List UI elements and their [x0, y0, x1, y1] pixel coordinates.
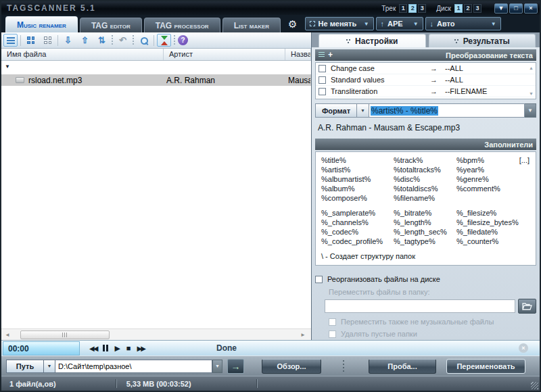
placeholder-link[interactable]: %title%: [321, 156, 394, 164]
path-mode-dropdown-icon[interactable]: ▼: [44, 360, 55, 373]
tag-read-combo[interactable]: ↑ APE ▼: [376, 17, 423, 30]
placeholder-link[interactable]: %album%: [321, 185, 394, 193]
delete-empty-checkbox[interactable]: [329, 330, 336, 338]
play-icon[interactable]: ▶: [114, 344, 120, 353]
placeholder-link[interactable]: %totaldiscs%: [394, 185, 456, 193]
placeholder-link[interactable]: %_filedate%: [456, 228, 530, 236]
format-button[interactable]: Формат: [315, 103, 357, 118]
placeholder-link[interactable]: %filename%: [394, 194, 456, 202]
stop-icon[interactable]: ■: [126, 344, 131, 352]
tag-write-combo[interactable]: ↓ Авто ▼: [425, 17, 501, 30]
list-item[interactable]: Transliteration → --FILENAME: [316, 86, 536, 97]
horizontal-scrollbar[interactable]: ◄ ►: [1, 328, 311, 340]
placeholder-link[interactable]: %genre%: [456, 175, 530, 183]
scroll-down-icon[interactable]: ▼: [529, 91, 534, 96]
format-presets-icon[interactable]: ▼: [357, 103, 369, 118]
resize-grip[interactable]: [531, 382, 538, 389]
format-history-icon[interactable]: ▼: [525, 103, 536, 118]
placeholder-link[interactable]: %_bitrate%: [394, 209, 456, 217]
track-3-button[interactable]: 3: [418, 4, 426, 13]
path-input[interactable]: [55, 360, 212, 373]
standard-values-checkbox[interactable]: [319, 76, 326, 84]
change-case-checkbox[interactable]: [319, 65, 326, 72]
list-item[interactable]: Change case → --ALL: [316, 63, 536, 74]
placeholder-link[interactable]: %_filesize%: [456, 209, 530, 217]
add-icon[interactable]: +: [328, 52, 333, 58]
placeholder-link[interactable]: %_counter%: [456, 237, 530, 245]
sort-icon[interactable]: ⇅: [95, 34, 109, 47]
gear-icon[interactable]: ⚙: [288, 18, 297, 30]
view-grid-outline-icon[interactable]: [41, 34, 55, 47]
maximize-icon[interactable]: □: [509, 3, 523, 14]
browse-folder-button[interactable]: [518, 299, 536, 314]
rename-button[interactable]: Переименовать: [446, 359, 525, 374]
tab-tag-editor[interactable]: TAG editor: [80, 18, 142, 32]
placeholder-link[interactable]: %disc%: [394, 175, 456, 183]
transliteration-checkbox[interactable]: [319, 88, 326, 95]
tab-results[interactable]: Результаты: [429, 34, 536, 47]
undo-icon[interactable]: ↶: [116, 34, 130, 47]
view-list-icon[interactable]: [3, 34, 18, 47]
search-icon[interactable]: [137, 34, 151, 47]
close-icon[interactable]: ×: [524, 3, 538, 14]
more-placeholders-link[interactable]: [...]: [519, 156, 530, 164]
view-grid-icon[interactable]: [24, 34, 38, 47]
help-icon[interactable]: ?: [178, 35, 188, 45]
column-filename[interactable]: Имя файла: [1, 49, 164, 60]
browse-button[interactable]: Обзор...: [262, 359, 321, 374]
move-up-icon[interactable]: ⇧: [78, 34, 92, 47]
path-mode-button[interactable]: Путь: [6, 360, 44, 373]
filter-sort-icon[interactable]: [157, 34, 171, 47]
pause-icon[interactable]: [103, 345, 108, 351]
placeholder-link[interactable]: %track%: [394, 156, 456, 164]
placeholder-link[interactable]: %composer%: [321, 194, 394, 202]
placeholder-link[interactable]: %_tagtype%: [394, 237, 456, 245]
previous-track-icon[interactable]: ◀◀: [89, 345, 97, 352]
tab-tag-processor[interactable]: TAG processor: [144, 18, 220, 32]
path-history-icon[interactable]: ▼: [212, 360, 222, 373]
group-collapse-icon[interactable]: ▼: [5, 64, 10, 70]
minimize-icon[interactable]: ▼: [494, 3, 508, 14]
move-down-icon[interactable]: ⇩: [61, 34, 75, 47]
scrollbar-thumb[interactable]: [20, 330, 110, 339]
column-title[interactable]: Назван: [285, 49, 311, 60]
file-list[interactable]: ▼ rsload.net.mp3 A.R. Rahman Mausam: [1, 61, 311, 328]
format-input[interactable]: %artist% - %title%: [369, 103, 525, 118]
placeholder-link[interactable]: %_codec%: [321, 228, 394, 236]
tab-list-maker[interactable]: List maker: [222, 18, 281, 32]
go-button[interactable]: →: [227, 359, 244, 374]
placeholder-link[interactable]: %year%: [456, 166, 530, 174]
placeholder-link[interactable]: %totaltracks%: [394, 166, 456, 174]
move-nonmusic-checkbox[interactable]: [329, 318, 336, 326]
placeholder-link[interactable]: %_length%: [394, 218, 456, 226]
settings-body: + Преобразование текста Change case → --…: [312, 47, 540, 340]
placeholder-link[interactable]: %_length_sec%: [394, 228, 456, 236]
reorganize-checkbox[interactable]: [315, 276, 323, 283]
track-2-button[interactable]: 2: [408, 4, 417, 13]
placeholder-link[interactable]: %artist%: [321, 166, 394, 174]
scroll-left-icon[interactable]: ◄: [1, 332, 14, 338]
placeholder-link[interactable]: %albumartist%: [321, 175, 394, 183]
player-close-icon[interactable]: ×: [519, 343, 528, 353]
table-row[interactable]: rsload.net.mp3 A.R. Rahman Mausam: [1, 74, 311, 86]
placeholder-link[interactable]: %_samplerate%: [321, 209, 394, 217]
track-1-button[interactable]: 1: [399, 4, 407, 13]
tab-music-renamer[interactable]: Music renamer: [5, 16, 78, 32]
disc-2-button[interactable]: 2: [464, 4, 472, 13]
scroll-right-icon[interactable]: ►: [297, 332, 309, 338]
placeholder-link[interactable]: %_filesize_bytes%: [456, 218, 530, 226]
list-item[interactable]: Standard values → --ALL: [316, 74, 536, 86]
disc-3-button[interactable]: 3: [473, 4, 481, 13]
placeholder-link[interactable]: %_channels%: [321, 218, 394, 226]
test-button[interactable]: Проба...: [369, 359, 436, 374]
placeholder-link[interactable]: %_codec_profile%: [321, 237, 394, 245]
next-track-icon[interactable]: ▶▶: [137, 345, 145, 352]
scroll-up-icon[interactable]: ▲: [529, 66, 534, 70]
tab-settings[interactable]: Настройки: [319, 34, 426, 47]
case-change-combo[interactable]: Не менять ▼: [305, 17, 374, 30]
placeholder-link[interactable]: %comment%: [456, 185, 530, 193]
column-artist[interactable]: Артист: [164, 49, 285, 60]
list-icon[interactable]: [319, 52, 325, 58]
move-folder-input[interactable]: [325, 299, 515, 313]
disc-1-button[interactable]: 1: [454, 4, 463, 13]
